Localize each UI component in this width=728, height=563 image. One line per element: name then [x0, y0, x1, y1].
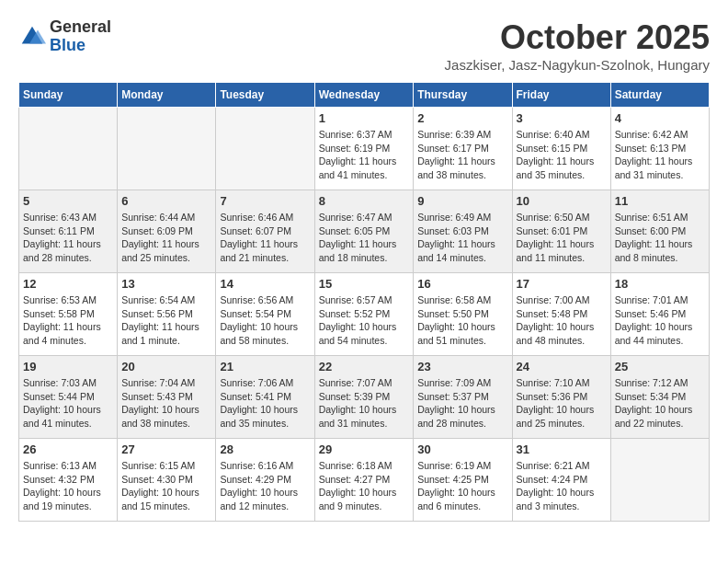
day-number: 26 — [23, 442, 113, 456]
day-number: 17 — [517, 277, 607, 291]
calendar-day-cell: 8Sunrise: 6:47 AM Sunset: 6:05 PM Daylig… — [314, 190, 414, 273]
day-info: Sunrise: 6:21 AM Sunset: 4:24 PM Dayligh… — [517, 459, 607, 513]
day-info: Sunrise: 7:03 AM Sunset: 5:44 PM Dayligh… — [23, 376, 113, 431]
day-number: 21 — [220, 360, 310, 373]
day-info: Sunrise: 6:19 AM Sunset: 4:25 PM Dayligh… — [417, 459, 507, 513]
calendar-day-cell: 5Sunrise: 6:43 AM Sunset: 6:11 PM Daylig… — [19, 190, 118, 273]
day-info: Sunrise: 6:13 AM Sunset: 4:32 PM Dayligh… — [23, 459, 113, 513]
calendar-day-cell — [216, 108, 314, 190]
day-info: Sunrise: 6:18 AM Sunset: 4:27 PM Dayligh… — [319, 459, 410, 513]
day-info: Sunrise: 7:10 AM Sunset: 5:36 PM Dayligh… — [517, 376, 607, 431]
calendar-day-cell: 20Sunrise: 7:04 AM Sunset: 5:43 PM Dayli… — [118, 356, 216, 439]
day-info: Sunrise: 6:58 AM Sunset: 5:50 PM Dayligh… — [417, 293, 507, 348]
calendar-day-cell: 18Sunrise: 7:01 AM Sunset: 5:46 PM Dayli… — [610, 273, 709, 356]
day-number: 30 — [417, 442, 507, 456]
day-info: Sunrise: 6:15 AM Sunset: 4:30 PM Dayligh… — [121, 459, 211, 513]
day-info: Sunrise: 7:00 AM Sunset: 5:48 PM Dayligh… — [517, 293, 607, 348]
title-area: October 2025 Jaszkiser, Jasz-Nagykun-Szo… — [445, 18, 710, 73]
calendar-day-cell: 19Sunrise: 7:03 AM Sunset: 5:44 PM Dayli… — [19, 356, 118, 439]
calendar-day-cell: 6Sunrise: 6:44 AM Sunset: 6:09 PM Daylig… — [118, 190, 216, 273]
day-number: 10 — [517, 194, 607, 208]
calendar-day-cell: 30Sunrise: 6:19 AM Sunset: 4:25 PM Dayli… — [414, 439, 512, 522]
day-info: Sunrise: 6:47 AM Sunset: 6:05 PM Dayligh… — [319, 211, 410, 265]
calendar-day-cell: 16Sunrise: 6:58 AM Sunset: 5:50 PM Dayli… — [414, 273, 512, 356]
calendar-day-cell: 29Sunrise: 6:18 AM Sunset: 4:27 PM Dayli… — [314, 439, 414, 522]
logo: General Blue — [18, 18, 111, 55]
calendar-week-row: 19Sunrise: 7:03 AM Sunset: 5:44 PM Dayli… — [19, 356, 710, 439]
calendar-day-header: Wednesday — [314, 83, 414, 108]
logo-general: General — [50, 18, 111, 37]
day-info: Sunrise: 6:40 AM Sunset: 6:15 PM Dayligh… — [517, 128, 607, 182]
day-info: Sunrise: 6:43 AM Sunset: 6:11 PM Dayligh… — [23, 211, 113, 265]
day-number: 3 — [517, 111, 607, 125]
calendar-header-row: SundayMondayTuesdayWednesdayThursdayFrid… — [19, 83, 710, 108]
day-info: Sunrise: 6:49 AM Sunset: 6:03 PM Dayligh… — [417, 211, 507, 265]
calendar-day-cell: 1Sunrise: 6:37 AM Sunset: 6:19 PM Daylig… — [314, 108, 414, 190]
day-number: 16 — [417, 277, 507, 291]
calendar-day-cell: 21Sunrise: 7:06 AM Sunset: 5:41 PM Dayli… — [216, 356, 314, 439]
calendar-day-cell: 28Sunrise: 6:16 AM Sunset: 4:29 PM Dayli… — [216, 439, 314, 522]
day-number: 15 — [319, 277, 410, 291]
day-info: Sunrise: 6:50 AM Sunset: 6:01 PM Dayligh… — [517, 211, 607, 265]
calendar-day-cell: 10Sunrise: 6:50 AM Sunset: 6:01 PM Dayli… — [512, 190, 610, 273]
day-info: Sunrise: 6:44 AM Sunset: 6:09 PM Dayligh… — [121, 211, 211, 265]
page-header: General Blue October 2025 Jaszkiser, Jas… — [18, 18, 710, 73]
calendar-day-cell: 23Sunrise: 7:09 AM Sunset: 5:37 PM Dayli… — [414, 356, 512, 439]
calendar-day-cell — [118, 108, 216, 190]
calendar-day-cell: 7Sunrise: 6:46 AM Sunset: 6:07 PM Daylig… — [216, 190, 314, 273]
day-number: 14 — [220, 277, 310, 291]
calendar-day-cell: 3Sunrise: 6:40 AM Sunset: 6:15 PM Daylig… — [512, 108, 610, 190]
calendar-day-cell: 2Sunrise: 6:39 AM Sunset: 6:17 PM Daylig… — [414, 108, 512, 190]
calendar-day-header: Saturday — [610, 83, 709, 108]
day-info: Sunrise: 7:04 AM Sunset: 5:43 PM Dayligh… — [121, 376, 211, 431]
day-number: 27 — [121, 442, 211, 456]
day-info: Sunrise: 7:12 AM Sunset: 5:34 PM Dayligh… — [615, 376, 705, 431]
calendar-day-cell: 26Sunrise: 6:13 AM Sunset: 4:32 PM Dayli… — [19, 439, 118, 522]
calendar-day-cell: 11Sunrise: 6:51 AM Sunset: 6:00 PM Dayli… — [610, 190, 709, 273]
calendar-day-cell: 15Sunrise: 6:57 AM Sunset: 5:52 PM Dayli… — [314, 273, 414, 356]
calendar-day-cell: 17Sunrise: 7:00 AM Sunset: 5:48 PM Dayli… — [512, 273, 610, 356]
calendar-day-cell: 9Sunrise: 6:49 AM Sunset: 6:03 PM Daylig… — [414, 190, 512, 273]
day-number: 25 — [615, 360, 705, 373]
day-info: Sunrise: 6:54 AM Sunset: 5:56 PM Dayligh… — [121, 293, 211, 348]
day-info: Sunrise: 7:09 AM Sunset: 5:37 PM Dayligh… — [417, 376, 507, 431]
logo-text: General Blue — [50, 18, 111, 55]
calendar-day-header: Tuesday — [216, 83, 314, 108]
calendar-day-header: Sunday — [19, 83, 118, 108]
calendar-week-row: 12Sunrise: 6:53 AM Sunset: 5:58 PM Dayli… — [19, 273, 710, 356]
calendar-day-cell: 31Sunrise: 6:21 AM Sunset: 4:24 PM Dayli… — [512, 439, 610, 522]
day-info: Sunrise: 7:01 AM Sunset: 5:46 PM Dayligh… — [615, 293, 705, 348]
day-number: 31 — [517, 442, 607, 456]
calendar-table: SundayMondayTuesdayWednesdayThursdayFrid… — [18, 82, 710, 522]
day-number: 22 — [319, 360, 410, 373]
day-info: Sunrise: 7:06 AM Sunset: 5:41 PM Dayligh… — [220, 376, 310, 431]
day-info: Sunrise: 7:07 AM Sunset: 5:39 PM Dayligh… — [319, 376, 410, 431]
logo-blue: Blue — [50, 37, 111, 55]
calendar-day-cell: 27Sunrise: 6:15 AM Sunset: 4:30 PM Dayli… — [118, 439, 216, 522]
day-number: 19 — [23, 360, 113, 373]
day-number: 11 — [615, 194, 705, 208]
day-number: 29 — [319, 442, 410, 456]
day-info: Sunrise: 6:42 AM Sunset: 6:13 PM Dayligh… — [615, 128, 705, 182]
day-number: 5 — [23, 194, 113, 208]
month-title: October 2025 — [445, 18, 710, 57]
day-info: Sunrise: 6:46 AM Sunset: 6:07 PM Dayligh… — [220, 211, 310, 265]
day-number: 13 — [121, 277, 211, 291]
day-info: Sunrise: 6:37 AM Sunset: 6:19 PM Dayligh… — [319, 128, 410, 182]
day-number: 4 — [615, 111, 705, 125]
day-number: 9 — [417, 194, 507, 208]
calendar-day-header: Thursday — [414, 83, 512, 108]
day-number: 20 — [121, 360, 211, 373]
day-number: 18 — [615, 277, 705, 291]
day-info: Sunrise: 6:39 AM Sunset: 6:17 PM Dayligh… — [417, 128, 507, 182]
day-number: 24 — [517, 360, 607, 373]
calendar-week-row: 1Sunrise: 6:37 AM Sunset: 6:19 PM Daylig… — [19, 108, 710, 190]
calendar-day-cell: 12Sunrise: 6:53 AM Sunset: 5:58 PM Dayli… — [19, 273, 118, 356]
day-number: 28 — [220, 442, 310, 456]
day-info: Sunrise: 6:56 AM Sunset: 5:54 PM Dayligh… — [220, 293, 310, 348]
day-info: Sunrise: 6:51 AM Sunset: 6:00 PM Dayligh… — [615, 211, 705, 265]
calendar-day-cell: 4Sunrise: 6:42 AM Sunset: 6:13 PM Daylig… — [610, 108, 709, 190]
day-info: Sunrise: 6:53 AM Sunset: 5:58 PM Dayligh… — [23, 293, 113, 348]
calendar-day-cell: 14Sunrise: 6:56 AM Sunset: 5:54 PM Dayli… — [216, 273, 314, 356]
logo-icon — [18, 23, 46, 51]
